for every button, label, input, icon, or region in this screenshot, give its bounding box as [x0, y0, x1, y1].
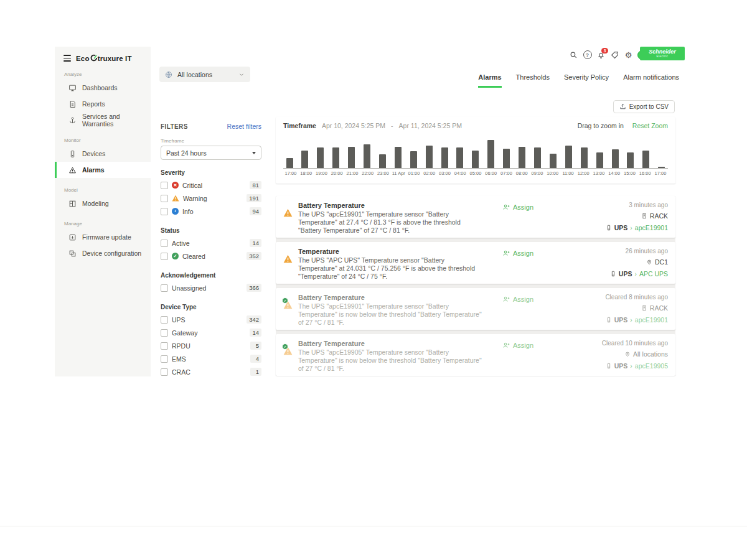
assign-button[interactable]: Assign [502, 250, 533, 259]
filter-row-unassigned[interactable]: Unassigned 366 [161, 281, 261, 294]
checkbox[interactable] [161, 208, 168, 215]
rack-icon [641, 305, 647, 311]
sidebar-item-devices[interactable]: Devices [55, 146, 151, 162]
sidebar-item-device-configuration[interactable]: Device configuration [55, 245, 151, 261]
sidebar-item-modeling[interactable]: Modeling [55, 195, 151, 212]
chart-x-tick: 08:00 [514, 170, 529, 176]
menu-icon[interactable] [63, 55, 71, 61]
chart-bar [441, 147, 448, 168]
alarm-time: 26 minutes ago [626, 248, 668, 254]
checkbox[interactable] [161, 316, 168, 324]
modeling-icon [68, 200, 77, 208]
tag-icon[interactable] [610, 50, 619, 60]
checkbox[interactable] [161, 355, 168, 363]
timeframe-select[interactable]: Past 24 hours [161, 146, 261, 160]
export-label: Export to CSV [629, 103, 669, 110]
timeframe-title: Timeframe [283, 122, 316, 129]
chart-bar [612, 149, 619, 168]
schneider-logo[interactable]: Schneider Electric [640, 47, 685, 60]
location-selector[interactable]: All locations [159, 67, 250, 82]
device-link[interactable]: apcE19901 [635, 316, 668, 324]
notifications-bell-icon[interactable]: 3 [596, 50, 606, 60]
chart-bar [364, 144, 370, 168]
device-link[interactable]: APC UPS [639, 270, 668, 278]
alarm-location[interactable]: All locations [624, 350, 668, 358]
export-to-csv-button[interactable]: Export to CSV [613, 100, 675, 113]
alarm-row-cleared[interactable]: ✓ Battery Temperature The UPS "apcE19905… [276, 334, 675, 376]
chart-bar [472, 151, 479, 168]
checkbox[interactable] [161, 368, 168, 376]
assign-person-icon [502, 203, 510, 211]
sidebar-item-services-and-warranties[interactable]: Services and Warranties [55, 112, 151, 128]
chevron-right-icon: › [630, 362, 632, 370]
drag-to-zoom-hint: Drag to zoom in [578, 122, 624, 129]
alarm-location[interactable]: DC1 [646, 258, 668, 266]
alarm-title: Battery Temperature [298, 202, 485, 209]
filter-row-active[interactable]: Active 14 [161, 236, 261, 250]
chart-bar [596, 152, 603, 168]
assign-button[interactable]: Assign [502, 342, 533, 352]
filter-label: UPS [172, 316, 186, 324]
alarm-location[interactable]: RACK [641, 212, 668, 220]
checkbox[interactable] [161, 195, 168, 202]
sidebar-item-alarms[interactable]: Alarms [55, 162, 151, 178]
filter-row-ups[interactable]: UPS 342 [161, 313, 261, 326]
ups-icon [606, 317, 612, 323]
chart-bar [658, 167, 665, 168]
alarm-location[interactable]: RACK [641, 304, 668, 312]
chart-bars[interactable] [283, 132, 668, 169]
filter-row-gateway[interactable]: Gateway 14 [161, 326, 261, 339]
filter-row-critical[interactable]: ✕ Critical 81 [161, 179, 261, 192]
filter-label: Critical [182, 182, 202, 189]
reset-zoom-link[interactable]: Reset Zoom [632, 122, 668, 129]
chart-bar [379, 154, 386, 168]
help-icon[interactable]: ? [583, 50, 592, 60]
tab-alarms[interactable]: Alarms [478, 73, 501, 88]
checkbox[interactable] [161, 240, 168, 247]
filter-row-warning[interactable]: Warning 191 [161, 192, 261, 205]
assign-button[interactable]: Assign [502, 296, 533, 306]
filter-row-ems[interactable]: EMS 4 [161, 352, 261, 365]
alarm-row[interactable]: Battery Temperature The UPS "apcE19901" … [276, 196, 675, 238]
reset-filters-link[interactable]: Reset filters [227, 123, 261, 130]
checkbox[interactable] [161, 284, 168, 292]
checkbox[interactable] [161, 342, 168, 350]
devices-icon [68, 150, 77, 158]
device-link[interactable]: apcE19901 [635, 224, 668, 231]
sidebar-item-dashboards[interactable]: Dashboards [55, 80, 151, 96]
alarm-row-cleared[interactable]: ✓ Battery Temperature The UPS "apcE19901… [276, 288, 675, 330]
checkbox[interactable] [161, 253, 168, 260]
filter-row-rpdu[interactable]: RPDU 5 [161, 339, 261, 352]
tab-alarm-notifications[interactable]: Alarm notifications [623, 73, 679, 88]
checkbox[interactable] [161, 182, 168, 189]
timeframe-range-separator: - [391, 122, 393, 129]
sidebar-item-firmware-update[interactable]: Firmware update [55, 229, 151, 245]
chart-x-tick: 05:00 [468, 170, 483, 176]
alarm-row[interactable]: Temperature The UPS "APC UPS" Temperatur… [276, 242, 675, 284]
tab-thresholds[interactable]: Thresholds [516, 73, 550, 88]
device-configuration-icon [68, 250, 77, 258]
alarm-list: Battery Temperature The UPS "apcE19901" … [276, 196, 675, 376]
assign-button[interactable]: Assign [502, 203, 533, 213]
checkbox[interactable] [161, 329, 168, 337]
firmware-update-icon [68, 233, 77, 241]
chart-x-tick: 23:00 [376, 170, 391, 176]
gear-icon[interactable]: ⚙ [624, 50, 633, 60]
caret-down-icon [252, 152, 256, 154]
tab-bar: Alarms Thresholds Severity Policy Alarm … [478, 73, 679, 88]
chevron-right-icon: › [634, 270, 637, 278]
info-icon: i [172, 208, 179, 215]
chart-bar [550, 154, 557, 168]
chart-bar [456, 147, 463, 168]
device-link[interactable]: apcE19905 [635, 362, 668, 370]
filter-row-info[interactable]: i Info 94 [161, 205, 261, 218]
filter-row-crac[interactable]: CRAC 1 [161, 365, 261, 376]
alarm-title: Battery Temperature [298, 294, 485, 301]
sidebar-item-reports[interactable]: Reports [55, 96, 151, 112]
filter-group-acknowledgement: Acknowledgement [161, 272, 261, 279]
filter-label: RPDU [172, 342, 190, 350]
tab-severity-policy[interactable]: Severity Policy [564, 73, 609, 88]
filter-row-cleared[interactable]: ✓ Cleared 352 [161, 250, 261, 263]
logo-suffix: truxure IT [98, 55, 132, 62]
search-icon[interactable] [569, 50, 578, 60]
